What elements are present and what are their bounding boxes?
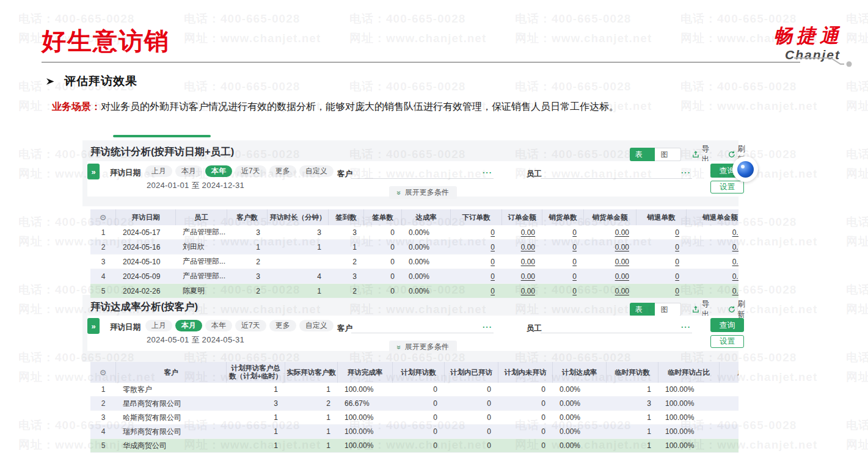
table-cell: 1 [285, 439, 338, 452]
drilldown-link[interactable]: 0.00 [502, 255, 542, 269]
table-row[interactable]: 4瑞邦商贸有限公司11100.00%0000.00%1100.00% [90, 425, 739, 439]
drilldown-link[interactable]: 0.00 [687, 240, 739, 254]
drilldown-link[interactable]: 0 [542, 284, 584, 298]
table-row[interactable]: 5华成商贸公司11100.00%0000.00%1100.00% [90, 439, 739, 453]
drilldown-link[interactable]: 0.00 [687, 225, 739, 239]
pill-更多[interactable]: 更多 [269, 165, 296, 177]
panel2-settings-button[interactable]: 设置 [710, 335, 744, 348]
panel1-expand-more-button[interactable]: » 展开更多条件 [389, 186, 457, 199]
column-header: 客户数 [227, 209, 268, 225]
table-row[interactable]: 22024-05-16刘田欣11100.00%00.0000.0000.00 [90, 240, 739, 255]
drilldown-link[interactable]: 0 [451, 255, 502, 269]
column-header: 成 [720, 362, 739, 383]
table-cell: 0.00% [402, 284, 451, 298]
panel1-collapse-filter-button[interactable]: » [87, 164, 100, 179]
drilldown-link[interactable]: 0.00 [584, 255, 636, 269]
assistant-widget[interactable] [732, 156, 758, 182]
table-cell: 华成商贸公司 [116, 439, 227, 452]
column-settings-icon[interactable]: ⚙ [100, 214, 107, 222]
employee-picker-ellipsis[interactable]: ··· [681, 322, 691, 331]
table-view-button[interactable]: 表格 [630, 148, 655, 161]
panel2-customer-input[interactable]: ··· [351, 322, 494, 333]
column-header: 销退单数 [636, 209, 687, 225]
view-toggle: 表格 图表 [630, 148, 681, 161]
table-cell: 刘田欣 [176, 240, 227, 254]
pill-上月[interactable]: 上月 [145, 320, 172, 331]
drilldown-link[interactable]: 0.00 [687, 269, 739, 283]
drilldown-link[interactable]: 0.00 [584, 269, 636, 283]
drilldown-link[interactable]: 0 [542, 269, 584, 283]
table-row[interactable]: 12024-05-17产品管理部...33300.00%00.0000.0000… [90, 225, 739, 240]
table-row[interactable]: 1零散客户11100.00%0000.00%1100.00% [90, 383, 739, 397]
assistant-icon [737, 161, 754, 178]
drilldown-link[interactable]: 0 [451, 240, 502, 254]
panel1-employee-input[interactable]: ··· [541, 168, 692, 179]
watermark-text: 电话：400-665-0028 [349, 79, 465, 95]
drilldown-link[interactable]: 0 [451, 269, 502, 283]
drilldown-link[interactable]: 0 [636, 284, 687, 298]
table-cell: 2024-05-16 [116, 240, 176, 254]
drilldown-link[interactable]: 0.00 [502, 284, 542, 298]
column-header: 订单金额 [502, 209, 542, 225]
pill-本年[interactable]: 本年 [205, 320, 232, 331]
panel2-employee-input[interactable]: ··· [541, 322, 692, 333]
pill-更多[interactable]: 更多 [269, 320, 296, 331]
drilldown-link[interactable]: 0 [451, 225, 502, 239]
refresh-icon [728, 151, 735, 158]
drilldown-link[interactable]: 0.00 [502, 240, 542, 254]
table-row[interactable]: 32024-05-10产品管理部...2200.00%00.0000.0000.… [90, 255, 739, 269]
table-cell: 3 [607, 397, 658, 410]
table-view-button[interactable]: 表格 [630, 303, 655, 316]
table-cell: 0 [445, 397, 498, 410]
pill-上月[interactable]: 上月 [145, 165, 172, 177]
table-cell: 100.00% [338, 411, 393, 424]
drilldown-link[interactable]: 0.00 [584, 240, 636, 254]
row-index: 3 [90, 411, 116, 424]
drilldown-link[interactable]: 0 [636, 269, 687, 283]
pill-近7天[interactable]: 近7天 [235, 320, 266, 331]
table-row[interactable]: 52024-02-26陈夏明21200.00%00.0000.0000.00 [90, 284, 739, 298]
customer-picker-ellipsis[interactable]: ··· [483, 168, 492, 177]
column-header: 计划内未拜访 [498, 362, 553, 383]
drilldown-link[interactable]: 0.00 [502, 269, 542, 283]
panel1-settings-button[interactable]: 设置 [710, 181, 744, 193]
panel2-query-button[interactable]: 查询 [710, 318, 744, 332]
pill-本月[interactable]: 本月 [175, 165, 202, 177]
table-row[interactable]: 42024-05-09产品管理部...34300.00%00.0000.0000… [90, 269, 739, 284]
drilldown-link[interactable]: 0.00 [502, 225, 542, 239]
customer-picker-ellipsis[interactable]: ··· [483, 322, 492, 331]
drilldown-link[interactable]: 0.00 [687, 284, 739, 298]
pill-自定义[interactable]: 自定义 [299, 165, 334, 177]
pill-本年[interactable]: 本年 [205, 165, 232, 177]
chart-view-button[interactable]: 图表 [655, 303, 680, 316]
panel2-expand-more-button[interactable]: » 展开更多条件 [389, 341, 457, 353]
table-row[interactable]: 2星昂商贸有限公司3266.67%0000.00%3100.00% [90, 397, 739, 411]
column-settings-icon[interactable]: ⚙ [100, 369, 107, 377]
pill-本月[interactable]: 本月 [175, 320, 202, 331]
table-row[interactable]: 3哈斯商贸有限公司11100.00%0000.00%1100.00% [90, 411, 739, 425]
drilldown-link[interactable]: 0 [636, 240, 687, 254]
panel2-collapse-filter-button[interactable]: » [87, 318, 100, 334]
employee-picker-ellipsis[interactable]: ··· [681, 168, 691, 177]
employee-filter-label: 员工 [527, 169, 542, 179]
drilldown-link[interactable]: 0.00 [687, 255, 739, 269]
table-cell: 1 [268, 240, 329, 254]
panel1-date-pills: 上月本月本年近7天更多自定义 [145, 165, 334, 177]
drilldown-link[interactable]: 0 [451, 284, 502, 298]
panel1-date-range[interactable]: 2024-01-01 至 2024-12-31 [147, 180, 244, 191]
view-toggle: 表格 图表 [630, 303, 681, 316]
chart-view-button[interactable]: 图表 [655, 148, 680, 161]
row-index: 2 [90, 240, 116, 254]
pill-自定义[interactable]: 自定义 [299, 320, 334, 331]
table-cell: 66.67% [338, 397, 393, 410]
drilldown-link[interactable]: 0.00 [584, 225, 636, 239]
panel1-customer-input[interactable]: ··· [351, 168, 494, 179]
drilldown-link[interactable]: 0 [636, 255, 687, 269]
drilldown-link[interactable]: 0 [542, 255, 584, 269]
drilldown-link[interactable]: 0 [636, 225, 687, 239]
drilldown-link[interactable]: 0.00 [584, 284, 636, 298]
drilldown-link[interactable]: 0 [542, 240, 584, 254]
pill-近7天[interactable]: 近7天 [235, 165, 266, 177]
drilldown-link[interactable]: 0 [542, 225, 584, 239]
panel2-date-range[interactable]: 2024-05-01 至 2024-05-31 [147, 334, 244, 345]
